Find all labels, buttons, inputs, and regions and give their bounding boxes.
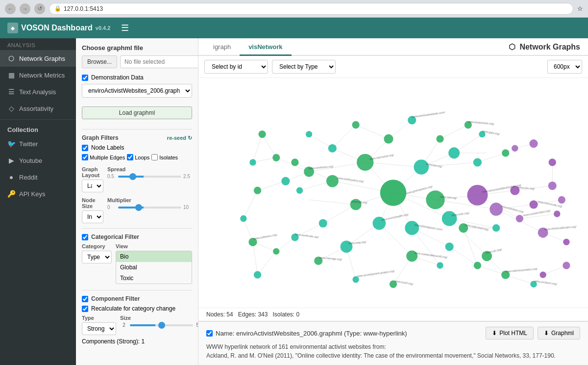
plot-html-button[interactable]: ⬇ Plot HTML	[486, 327, 534, 339]
size-slider-row: 2 54	[120, 322, 198, 328]
isolates-checkbox[interactable]	[151, 154, 158, 160]
category-select[interactable]: Type	[82, 251, 112, 263]
svg-point-97	[445, 242, 454, 251]
sidebar-item-assortativity[interactable]: ◇ Assortativity	[0, 100, 76, 117]
svg-point-83	[490, 203, 503, 216]
graph-controls: Select by id Select by Type 600px	[198, 56, 588, 78]
multiple-edges-checkbox[interactable]	[82, 154, 88, 160]
component-filter-checkbox[interactable]	[82, 296, 88, 302]
svg-point-109	[254, 271, 261, 279]
info-line1: WWW hyperlink network of 161 environment…	[206, 342, 580, 351]
sidebar-item-network-metrics[interactable]: ▦ Network Metrics	[0, 67, 76, 83]
list-item[interactable]: Toxic	[116, 273, 192, 284]
sidebar-item-youtube[interactable]: ▶ Youtube	[0, 152, 76, 169]
node-size-select[interactable]: Indegree	[82, 210, 103, 223]
sidebar: Analysis ⬡ Network Graphs ▦ Network Metr…	[0, 38, 76, 365]
recalculate-label: Recalculate for category change	[91, 305, 175, 312]
node-labels-checkbox[interactable]	[82, 145, 88, 151]
size-label: Size	[120, 315, 198, 321]
tab-visnetwork[interactable]: visNetwork	[240, 38, 291, 56]
category-view-row: Category Type View Bio Global Toxic	[82, 243, 192, 284]
categorical-filter-checkbox[interactable]	[82, 234, 88, 240]
svg-point-85	[516, 215, 523, 222]
info-checkbox[interactable]	[206, 330, 213, 337]
network-metrics-icon: ▦	[7, 71, 15, 79]
list-item[interactable]: Bio	[116, 251, 192, 262]
browse-button[interactable]: Browse...	[82, 55, 117, 68]
main-content: igraph visNetwork ⬡ Network Graphs Selec…	[198, 38, 588, 365]
select-by-id[interactable]: Select by id	[204, 60, 268, 74]
svg-point-127	[554, 210, 560, 217]
graph-filters-heading: Graph Filters re-seed ↻	[82, 134, 192, 141]
youtube-icon: ▶	[7, 156, 15, 164]
sidebar-item-label: Text Analysis	[19, 88, 56, 96]
sidebar-item-api-keys[interactable]: 🔑 API Keys	[0, 185, 76, 202]
reseed-link[interactable]: re-seed ↻	[167, 135, 192, 141]
sidebar-item-reddit[interactable]: ● Reddit	[0, 169, 76, 185]
control-panel: Choose graphml file Browse... Demonstrat…	[76, 38, 198, 365]
mult-max: 10	[183, 205, 192, 210]
sidebar-item-network-graphs[interactable]: ⬡ Network Graphs	[0, 50, 76, 67]
loops-checkbox[interactable]	[127, 154, 133, 160]
isolates-label: Isolates	[159, 155, 178, 160]
node-labels-label: Node Labels	[91, 144, 124, 151]
page-title: ⬡ Network Graphs	[509, 42, 580, 52]
sidebar-item-text-analysis[interactable]: ☰ Text Analysis	[0, 83, 76, 100]
svg-point-131	[539, 271, 546, 278]
type-col: Type Strong	[82, 315, 116, 335]
sidebar-item-twitter[interactable]: 🐦 Twitter	[0, 135, 76, 152]
px-select[interactable]: 600px	[547, 60, 582, 74]
svg-point-75	[414, 159, 429, 175]
info-line2: Ackland, R. and M. O'Neil (2011), "Onlin…	[206, 351, 580, 360]
categorical-filter-row: Categorical Filter	[82, 234, 192, 240]
file-input[interactable]	[120, 55, 198, 68]
select-by-type[interactable]: Select by Type	[272, 60, 336, 74]
graph-filters-section: Graph Filters re-seed ↻ Node Labels Mult…	[82, 134, 192, 160]
demo-checkbox[interactable]	[82, 75, 88, 81]
tab-igraph[interactable]: igraph	[204, 38, 240, 56]
reddit-icon: ●	[7, 173, 15, 181]
recalculate-checkbox[interactable]	[82, 306, 88, 312]
multiplier-slider-container: 0 10	[107, 205, 192, 210]
spread-col: Spread 0.5 2.5	[107, 166, 192, 192]
sidebar-item-label: Assortativity	[19, 105, 53, 112]
svg-point-116	[258, 130, 266, 138]
info-name-text: Name: enviroActivistWebsites_2006.graphm…	[216, 330, 407, 337]
network-graph-svg[interactable]: www.greenpeace.org/ www.sierraclub.org/ …	[198, 78, 588, 308]
svg-point-118	[352, 121, 359, 129]
title-icon: ⬡	[509, 42, 515, 52]
svg-point-123	[512, 145, 518, 152]
address-bar[interactable]: 🔒 127.0.0.1:5413	[49, 3, 573, 15]
list-item[interactable]: Global	[116, 262, 192, 273]
component-filter-heading: Component Filter	[91, 295, 140, 302]
size-slider[interactable]	[130, 324, 193, 326]
mult-min: 0	[107, 205, 116, 210]
app-body: Analysis ⬡ Network Graphs ▦ Network Metr…	[0, 38, 588, 365]
svg-point-133	[291, 158, 298, 166]
view-list[interactable]: Bio Global Toxic	[116, 251, 192, 284]
bookmark-icon[interactable]: ☆	[577, 5, 583, 12]
svg-point-99	[492, 224, 500, 232]
svg-point-108	[273, 248, 279, 255]
svg-point-113	[281, 177, 290, 185]
layout-select[interactable]: Large Graph Layout	[82, 180, 103, 192]
svg-point-132	[319, 219, 327, 227]
graph-layout-label: Graph Layout	[82, 166, 103, 178]
refresh-button[interactable]: ↺	[34, 3, 45, 14]
app-header: ◈ VOSON Dashboard v0.4.2 ☰	[0, 18, 588, 38]
recalculate-row: Recalculate for category change	[82, 305, 192, 312]
type-select[interactable]: Strong	[82, 322, 116, 335]
svg-point-74	[357, 154, 373, 171]
spread-min: 0.5	[107, 174, 116, 179]
category-label: Category	[82, 243, 112, 249]
forward-button[interactable]: →	[20, 3, 30, 14]
app-name: VOSON Dashboard	[21, 24, 93, 32]
multiplier-slider[interactable]	[118, 207, 181, 209]
graphml-button[interactable]: ⬇ Graphml	[538, 327, 580, 339]
menu-icon[interactable]: ☰	[121, 23, 129, 33]
load-graphml-button[interactable]: Load graphml	[82, 106, 192, 119]
spread-slider[interactable]	[118, 176, 181, 178]
type-size-row: Type Strong Size 2 54	[82, 315, 192, 335]
demo-file-select[interactable]: enviroActivistWebsites_2006.graphml	[82, 84, 192, 98]
back-button[interactable]: ←	[5, 3, 16, 14]
